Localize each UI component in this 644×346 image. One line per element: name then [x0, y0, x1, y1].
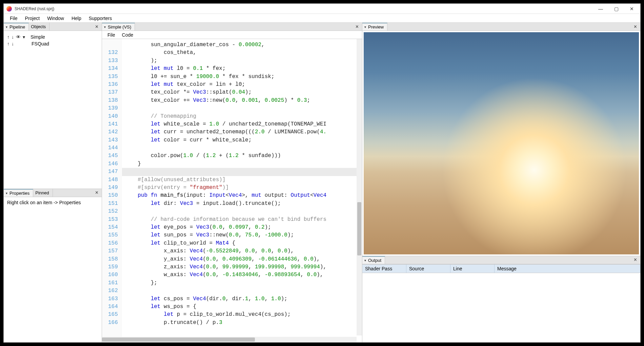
close-icon[interactable]: × — [94, 190, 100, 196]
code-line[interactable]: let dir: Vec3 = input.load().truncate(); — [125, 200, 362, 208]
titlebar: SHADERed (rust.sprj) — ▢ ✕ — [4, 4, 640, 14]
line-number: 138 — [108, 97, 118, 104]
tab-pipeline[interactable]: ▾ Pipeline — [4, 23, 29, 31]
pipeline-item[interactable]: ↑↓FSQuad — [7, 40, 98, 47]
code-line[interactable]: let eye_pos = Vec3(0.0, 0.0997, 0.2); — [125, 224, 362, 231]
code-line[interactable] — [125, 208, 362, 215]
code-line[interactable]: ); — [125, 57, 362, 65]
code-line[interactable]: #[allow(unused_attributes)] — [125, 176, 362, 184]
menu-file[interactable]: File — [6, 14, 21, 22]
code-editor[interactable]: 1321331341351361371381391401411421431441… — [102, 39, 362, 342]
window-maximize-button[interactable]: ▢ — [608, 4, 624, 14]
pipeline-item-label: FSQuad — [32, 41, 49, 46]
output-col-source[interactable]: Source — [406, 265, 450, 273]
dropdown-icon[interactable]: ▾ — [6, 25, 7, 29]
code-line[interactable]: pub fn main_fs(input: Input<Vec4>, mut o… — [125, 192, 362, 199]
pipeline-panel: ▾ Pipeline Objects × ↑↓👁▾Simple↑↓FSQuad — [4, 23, 102, 189]
code-line[interactable]: let curr = uncharted2_tonemap(((2.0 / LU… — [125, 128, 362, 136]
line-number: 159 — [108, 263, 118, 271]
menu-window[interactable]: Window — [44, 14, 67, 22]
close-icon[interactable]: × — [632, 24, 638, 30]
dropdown-icon[interactable]: ▾ — [364, 258, 366, 262]
editor-menu-code[interactable]: Code — [119, 32, 136, 38]
line-number: 162 — [108, 287, 118, 295]
code-line[interactable]: let clip_to_world = Mat4 { — [125, 239, 362, 247]
menu-supporters[interactable]: Supporters — [85, 14, 115, 22]
line-number: 148 — [108, 176, 118, 184]
code-line[interactable] — [125, 144, 362, 152]
code-line[interactable]: let color = curr * white_scale; — [125, 136, 362, 144]
code-line[interactable]: sun_angular_diameter_cos - 0.00002, — [125, 41, 362, 49]
code-line[interactable]: #[spirv(entry = "fragment")] — [125, 184, 362, 192]
code-line[interactable]: // hard-code information because we can'… — [125, 216, 362, 224]
pipeline-item[interactable]: ↑↓👁▾Simple — [7, 34, 98, 40]
tab-editor-file[interactable]: ▾ Simple (VS) — [102, 23, 135, 31]
line-number: 157 — [108, 247, 118, 255]
menu-project[interactable]: Project — [22, 14, 43, 22]
output-col-message[interactable]: Message — [495, 265, 640, 273]
close-icon[interactable]: × — [354, 24, 360, 30]
preview-panel: ▾ Preview × — [362, 23, 640, 256]
line-number: 163 — [108, 295, 118, 303]
code-line[interactable]: let cs_pos = Vec4(dir.0, dir.1, 1.0, 1.0… — [125, 295, 362, 303]
code-line[interactable] — [125, 287, 362, 295]
output-col-line[interactable]: Line — [450, 265, 495, 273]
code-line[interactable] — [122, 168, 362, 176]
code-line[interactable]: let ws_pos = { — [125, 303, 362, 311]
line-number: 142 — [108, 128, 118, 136]
preview-viewport[interactable] — [364, 32, 639, 254]
code-line[interactable]: x_axis: Vec4(-0.5522849, 0.0, 0.0, 0.0), — [125, 247, 362, 255]
vertical-scrollbar[interactable] — [357, 39, 362, 335]
pipeline-item-icon[interactable]: ↑ — [7, 41, 9, 46]
code-line[interactable]: let mut l0 = 0.1 * fex; — [125, 65, 362, 73]
code-line[interactable]: tex_color += Vec3::new(0.0, 0.001, 0.002… — [125, 97, 362, 104]
close-icon[interactable]: × — [94, 24, 100, 30]
window-minimize-button[interactable]: — — [593, 4, 608, 14]
tab-objects[interactable]: Objects — [29, 23, 49, 31]
tab-properties[interactable]: ▾ Properties — [4, 189, 33, 197]
code-line[interactable]: p.truncate() / p.3 — [125, 319, 362, 327]
close-icon[interactable]: × — [632, 257, 638, 263]
tab-output[interactable]: ▾ Output — [362, 256, 385, 264]
line-number: 160 — [108, 271, 118, 279]
code-line[interactable]: cos_theta, — [125, 49, 362, 57]
line-number — [108, 41, 118, 49]
code-line[interactable]: let sun_pos = Vec3::new(0.0, 75.0, -1000… — [125, 231, 362, 239]
tab-preview-label: Preview — [368, 24, 384, 30]
app-icon — [6, 6, 12, 12]
code-line[interactable]: w_axis: Vec4(0.0, -0.14834046, -0.988936… — [125, 271, 362, 279]
horizontal-scrollbar[interactable] — [102, 337, 357, 342]
window-title: SHADERed (rust.sprj) — [15, 6, 54, 11]
line-number: 152 — [108, 208, 118, 215]
code-line[interactable]: let white_scale = 1.0 / uncharted2_tonem… — [125, 120, 362, 128]
pipeline-item-icon[interactable]: 👁 — [16, 34, 21, 40]
pipeline-item-icon[interactable]: ↓ — [12, 34, 14, 40]
window-close-button[interactable]: ✕ — [624, 4, 640, 14]
code-line[interactable]: }; — [125, 279, 362, 287]
editor-tab-label: Simple (VS) — [108, 24, 131, 30]
code-line[interactable]: color.pow(1.0 / (1.2 + (1.2 * sunfade))) — [125, 152, 362, 160]
tab-objects-label: Objects — [31, 24, 46, 29]
dropdown-icon[interactable]: ▾ — [6, 191, 7, 195]
dropdown-icon[interactable]: ▾ — [104, 25, 106, 29]
code-line[interactable] — [125, 104, 362, 112]
code-line[interactable]: let p = clip_to_world.mul_vec4(cs_pos); — [125, 311, 362, 319]
dropdown-icon[interactable]: ▾ — [364, 25, 366, 29]
code-line[interactable]: } — [125, 160, 362, 168]
pipeline-item-icon[interactable]: ▾ — [23, 34, 25, 40]
menu-help[interactable]: Help — [68, 14, 85, 22]
code-line[interactable]: y_axis: Vec4(0.0, 0.4096309, -0.06144463… — [125, 255, 362, 263]
output-col-shaderpass[interactable]: Shader Pass — [362, 265, 406, 273]
pipeline-item-icon[interactable]: ↑ — [7, 34, 9, 40]
editor-menu-file[interactable]: File — [105, 32, 118, 38]
code-line[interactable]: l0 += sun_e * 19000.0 * fex * sundisk; — [125, 73, 362, 81]
line-number: 158 — [108, 255, 118, 263]
code-line[interactable]: tex_color *= Vec3::splat(0.04); — [125, 89, 362, 96]
pipeline-body: ↑↓👁▾Simple↑↓FSQuad — [4, 31, 102, 189]
tab-pinned[interactable]: Pinned — [33, 189, 53, 197]
tab-preview[interactable]: ▾ Preview — [362, 23, 387, 31]
code-line[interactable]: let mut tex_color = lin + l0; — [125, 81, 362, 89]
code-line[interactable]: // Tonemapping — [125, 113, 362, 120]
pipeline-item-icon[interactable]: ↓ — [12, 41, 14, 46]
code-line[interactable]: z_axis: Vec4(0.0, 99.99999, 199.99998, 9… — [125, 263, 362, 271]
